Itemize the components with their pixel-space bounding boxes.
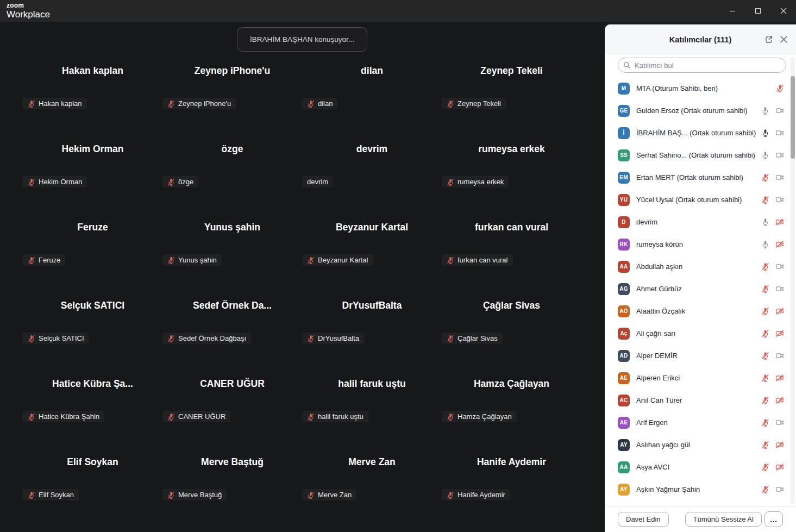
mic-muted-icon xyxy=(28,491,35,499)
participant-tile[interactable]: Yunus şahin Yunus şahin xyxy=(162,188,302,266)
participant-tile[interactable]: Hanife Aydemir Hanife Aydemir xyxy=(442,423,581,501)
participant-row[interactable]: AG Ahmet Gürbüz xyxy=(605,278,789,300)
participant-row[interactable]: EM Ertan MERT (Ortak oturum sahibi) xyxy=(605,166,789,189)
avatar: Aç xyxy=(618,328,630,340)
participant-name-label: halil faruk uştu xyxy=(302,411,368,422)
avatar: İ xyxy=(618,127,630,139)
participant-label-text: Zeynep Tekeli xyxy=(457,99,501,108)
participant-name-label: özge xyxy=(162,176,198,187)
camera-off-icon xyxy=(775,218,784,226)
participant-row[interactable]: AA Asya AVCI xyxy=(605,456,789,478)
mic-muted-icon xyxy=(761,329,769,337)
camera-on-icon xyxy=(775,129,784,137)
participant-label-text: devrim xyxy=(307,178,328,186)
participant-label-text: Hatice Kübra Şahin xyxy=(39,412,99,421)
minimize-button[interactable] xyxy=(719,0,745,22)
participant-label-text: CANER UĞUR xyxy=(178,412,225,421)
participant-label-text: dilan xyxy=(318,99,333,108)
participant-row[interactable]: D devrim xyxy=(605,211,789,233)
participant-status-icons xyxy=(761,218,784,226)
participant-label-text: Beyzanur Kartal xyxy=(318,256,368,264)
participant-tile[interactable]: halil faruk uştu halil faruk uştu xyxy=(302,345,442,423)
camera-on-icon xyxy=(775,285,784,293)
participant-status-icons xyxy=(761,463,784,471)
mic-muted-icon xyxy=(307,413,315,421)
participant-tile[interactable]: Hatice Kübra Şa... Hatice Kübra Şahin xyxy=(23,345,162,423)
participant-tile[interactable]: Hakan kaplan Hakan kaplan xyxy=(23,32,162,110)
participant-row[interactable]: SS Serhat Sahino... (Ortak oturum sahibi… xyxy=(605,144,789,166)
participant-tile[interactable]: devrim devrim xyxy=(302,110,442,188)
participant-display-name: devrim xyxy=(302,143,442,155)
participant-row[interactable]: İ İBRAHİM BAŞ... (Ortak oturum sahibi) xyxy=(605,122,789,144)
scrollbar-thumb[interactable] xyxy=(791,76,795,159)
avatar: AG xyxy=(618,283,630,295)
invite-button[interactable]: Davet Edin xyxy=(618,512,669,527)
participant-tile[interactable]: Feruze Feruze xyxy=(23,188,162,266)
participant-label-text: Hamza Çağlayan xyxy=(457,412,512,421)
close-window-button[interactable] xyxy=(770,0,796,22)
participant-name-label: devrim xyxy=(302,176,333,187)
participant-row[interactable]: AY Aşkın Yağmur Şahin xyxy=(605,478,789,500)
popout-panel-icon[interactable] xyxy=(764,35,773,44)
participant-tile[interactable]: Sedef Örnek Da... Sedef Örnek Dağbaşı xyxy=(162,266,302,345)
close-panel-icon[interactable] xyxy=(780,35,788,43)
participant-tile[interactable]: Hekim Orman Hekim Orman xyxy=(23,110,162,188)
participant-tile[interactable]: Merve Baştuğ Merve Baştuğ xyxy=(162,423,302,501)
participant-label-text: rumeysa erkek xyxy=(457,178,504,186)
participant-row[interactable]: YU Yücel Uysal (Ortak oturum sahibi) xyxy=(605,189,789,211)
participant-tile[interactable]: furkan can vural furkan can vural xyxy=(442,188,581,266)
mute-all-button[interactable]: Tümünü Sessize Al xyxy=(685,512,762,527)
avatar: AA xyxy=(618,461,630,473)
participant-row[interactable]: GE Gulden Ersoz (Ortak oturum sahibi) xyxy=(605,99,789,122)
camera-on-icon xyxy=(775,151,784,159)
camera-on-icon xyxy=(775,262,784,271)
participant-name-label: Zeynep Tekeli xyxy=(442,98,506,109)
participant-row[interactable]: AC Anıl Can Türer xyxy=(605,389,789,411)
camera-on-icon xyxy=(775,107,784,115)
mic-muted-icon xyxy=(28,413,35,421)
participant-tile[interactable]: DrYusufBalta DrYusufBalta xyxy=(302,266,442,345)
participant-tile[interactable]: Elif Soykan Elif Soykan xyxy=(23,423,162,501)
maximize-button[interactable] xyxy=(745,0,770,22)
participant-label-text: Yunus şahin xyxy=(178,256,217,264)
mic-on-icon xyxy=(761,129,769,137)
participant-tile[interactable]: rumeysa erkek rumeysa erkek xyxy=(442,110,581,188)
participant-label-text: Hekim Orman xyxy=(39,178,82,186)
mic-muted-icon xyxy=(761,285,769,293)
participant-display-name: furkan can vural xyxy=(442,222,581,233)
participant-tile[interactable]: Merve Zan Merve Zan xyxy=(302,423,442,501)
participant-name-label: Hatice Kübra Şahin xyxy=(23,411,104,422)
participant-row[interactable]: AD Alper DEMİR xyxy=(605,345,789,367)
mic-muted-icon xyxy=(761,463,769,471)
participant-row[interactable]: M MTA (Oturum Sahibi, ben) xyxy=(605,77,789,99)
participant-status-icons xyxy=(761,196,784,204)
participant-row[interactable]: Aç Ali çağrı sarı xyxy=(605,322,789,345)
more-options-button[interactable]: … xyxy=(764,511,783,527)
participant-tile[interactable]: Selçuk SATICI Selçuk SATICI xyxy=(23,266,162,345)
search-input[interactable] xyxy=(618,58,786,73)
participant-row[interactable]: AY Aslıhan yağcı gül xyxy=(605,434,789,456)
participants-panel: Katılımcılar (111) M MTA (Oturum Sahibi,… xyxy=(605,24,796,532)
participant-tile[interactable]: Hamza Çağlayan Hamza Çağlayan xyxy=(442,345,581,423)
participant-tile[interactable]: Beyzanur Kartal Beyzanur Kartal xyxy=(302,188,442,266)
participant-tile[interactable]: Zeynep Tekeli Zeynep Tekeli xyxy=(442,32,581,110)
participant-name: Yücel Uysal (Ortak oturum sahibi) xyxy=(636,196,742,204)
participant-display-name: Hekim Orman xyxy=(23,143,162,155)
participant-name: Abdullah aşkın xyxy=(636,262,682,271)
participant-row[interactable]: RK rumeysa körün xyxy=(605,233,789,255)
participant-name-label: Çağlar Sivas xyxy=(442,333,503,344)
participant-tile[interactable]: CANER UĞUR CANER UĞUR xyxy=(162,345,302,423)
camera-off-icon xyxy=(775,240,784,248)
mic-muted-icon xyxy=(28,178,35,186)
participant-status-icons xyxy=(761,173,784,181)
participant-row[interactable]: AA Abdullah aşkın xyxy=(605,255,789,278)
participant-tile[interactable]: Çağlar Sivas Çağlar Sivas xyxy=(442,266,581,345)
participant-row[interactable]: AE Arif Ergen xyxy=(605,411,789,434)
logo-zoom-text: zoom xyxy=(7,2,50,9)
participant-row[interactable]: AE Alperen Erikci xyxy=(605,367,789,389)
mic-muted-icon xyxy=(761,352,769,360)
mic-muted-icon xyxy=(776,84,784,92)
participant-tile[interactable]: özge özge xyxy=(162,110,302,188)
participant-name: Asya AVCI xyxy=(636,463,669,471)
participant-row[interactable]: AÖ Alaattin Özçalık xyxy=(605,300,789,322)
